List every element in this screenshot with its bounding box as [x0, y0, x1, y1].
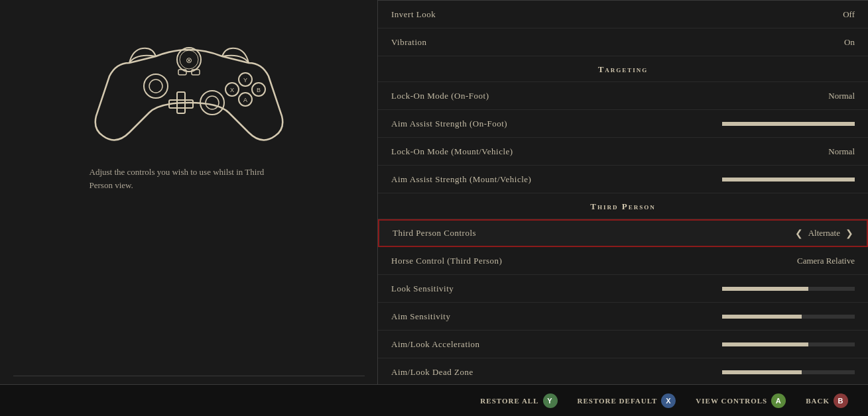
- aim-assist-mount-label: Aim Assist Strength (Mount/Vehicle): [391, 174, 531, 185]
- vibration-value: On: [844, 37, 855, 48]
- svg-point-3: [144, 74, 168, 98]
- lock-on-onfoot-value: Normal: [828, 91, 855, 101]
- restore-all-label: RESTORE ALL: [480, 397, 538, 405]
- aim-look-deadzone-row[interactable]: Aim/Look Dead Zone: [378, 358, 868, 384]
- back-label: BACK: [806, 397, 830, 405]
- restore-all-action[interactable]: RESTORE ALL Y: [480, 393, 557, 408]
- svg-text:⊗: ⊗: [186, 56, 192, 65]
- right-panel: Invert Look Off Vibration On Targeting L…: [378, 0, 868, 384]
- aim-look-deadzone-slider-fill: [722, 370, 802, 374]
- vibration-label: Vibration: [391, 37, 427, 48]
- look-sensitivity-slider[interactable]: [722, 287, 855, 291]
- horse-control-label: Horse Control (Third Person): [391, 256, 502, 266]
- left-panel: ⊗ Y B X A Adjust the controls you wish t…: [0, 0, 378, 416]
- lock-on-onfoot-row[interactable]: Lock-On Mode (On-Foot) Normal: [378, 82, 868, 110]
- lock-on-mount-label: Lock-On Mode (Mount/Vehicle): [391, 146, 513, 157]
- lock-on-mount-row[interactable]: Lock-On Mode (Mount/Vehicle) Normal: [378, 138, 868, 166]
- aim-sensitivity-slider[interactable]: [722, 315, 855, 319]
- aim-sensitivity-slider-bar: [722, 315, 855, 319]
- back-action[interactable]: BACK B: [806, 393, 848, 408]
- targeting-section-header: Targeting: [378, 56, 868, 82]
- controller-image: ⊗ Y B X A: [90, 20, 288, 152]
- aim-sensitivity-label: Aim Sensitivity: [391, 311, 450, 322]
- left-arrow-icon: ❮: [795, 228, 803, 239]
- back-button[interactable]: B: [834, 393, 848, 408]
- lock-on-onfoot-label: Lock-On Mode (On-Foot): [391, 91, 489, 101]
- look-sensitivity-row[interactable]: Look Sensitivity: [378, 275, 868, 303]
- svg-text:B: B: [256, 87, 260, 93]
- targeting-section-label: Targeting: [598, 64, 649, 74]
- aim-look-accel-row[interactable]: Aim/Look Acceleration: [378, 331, 868, 358]
- horse-control-row[interactable]: Horse Control (Third Person) Camera Rela…: [378, 247, 868, 275]
- aim-look-accel-slider-bar: [722, 342, 855, 346]
- aim-assist-onfoot-slider-bar: [722, 122, 855, 126]
- svg-text:X: X: [229, 87, 233, 93]
- aim-assist-mount-row[interactable]: Aim Assist Strength (Mount/Vehicle): [378, 166, 868, 193]
- view-controls-action[interactable]: VIEW CONTROLS A: [696, 393, 786, 408]
- right-arrow-icon: ❯: [845, 228, 853, 239]
- aim-look-accel-slider-fill: [722, 342, 808, 346]
- third-person-controls-value: Alternate: [808, 228, 840, 238]
- third-person-controls-row[interactable]: Third Person Controls ❮ Alternate ❯: [378, 219, 868, 247]
- aim-assist-mount-slider-fill: [722, 178, 855, 182]
- third-person-section-header: Third Person: [378, 193, 868, 219]
- settings-list: Invert Look Off Vibration On Targeting L…: [378, 1, 868, 384]
- svg-text:A: A: [243, 97, 247, 103]
- aim-assist-mount-slider-bar: [722, 178, 855, 182]
- left-panel-divider: [13, 376, 365, 376]
- third-person-controls-label: Third Person Controls: [393, 228, 476, 238]
- third-person-section-label: Third Person: [590, 201, 655, 211]
- vibration-row[interactable]: Vibration On: [378, 28, 868, 56]
- look-sensitivity-label: Look Sensitivity: [391, 284, 454, 294]
- restore-default-button[interactable]: X: [661, 393, 676, 408]
- lock-on-mount-value: Normal: [828, 146, 855, 157]
- view-controls-button[interactable]: A: [771, 393, 786, 408]
- look-sensitivity-slider-fill: [722, 287, 808, 291]
- third-person-controls-arrow-value[interactable]: ❮ Alternate ❯: [795, 228, 853, 239]
- aim-look-deadzone-slider-bar: [722, 370, 855, 374]
- controller-description: Adjust the controls you wish to use whil…: [90, 166, 288, 191]
- restore-default-action[interactable]: RESTORE DEFAULT X: [578, 393, 676, 408]
- look-sensitivity-slider-bar: [722, 287, 855, 291]
- invert-look-row[interactable]: Invert Look Off: [378, 1, 868, 28]
- svg-point-6: [206, 96, 219, 109]
- horse-control-value: Camera Relative: [797, 256, 855, 266]
- svg-text:Y: Y: [243, 77, 247, 83]
- invert-look-label: Invert Look: [391, 9, 436, 20]
- bottom-bar: RESTORE ALL Y RESTORE DEFAULT X VIEW CON…: [0, 384, 868, 416]
- invert-look-value: Off: [843, 9, 855, 20]
- aim-look-accel-label: Aim/Look Acceleration: [391, 339, 480, 350]
- aim-assist-onfoot-slider-fill: [722, 122, 855, 126]
- aim-look-deadzone-label: Aim/Look Dead Zone: [391, 367, 473, 378]
- aim-assist-onfoot-label: Aim Assist Strength (On-Foot): [391, 119, 507, 129]
- view-controls-label: VIEW CONTROLS: [696, 397, 767, 405]
- aim-sensitivity-row[interactable]: Aim Sensitivity: [378, 303, 868, 331]
- aim-assist-onfoot-row[interactable]: Aim Assist Strength (On-Foot): [378, 110, 868, 138]
- svg-point-4: [149, 79, 162, 93]
- restore-all-button[interactable]: Y: [543, 393, 558, 408]
- aim-assist-onfoot-slider[interactable]: [722, 122, 855, 126]
- restore-default-label: RESTORE DEFAULT: [578, 397, 658, 405]
- aim-look-deadzone-slider[interactable]: [722, 370, 855, 374]
- aim-sensitivity-slider-fill: [722, 315, 802, 319]
- aim-assist-mount-slider[interactable]: [722, 178, 855, 182]
- aim-look-accel-slider[interactable]: [722, 342, 855, 346]
